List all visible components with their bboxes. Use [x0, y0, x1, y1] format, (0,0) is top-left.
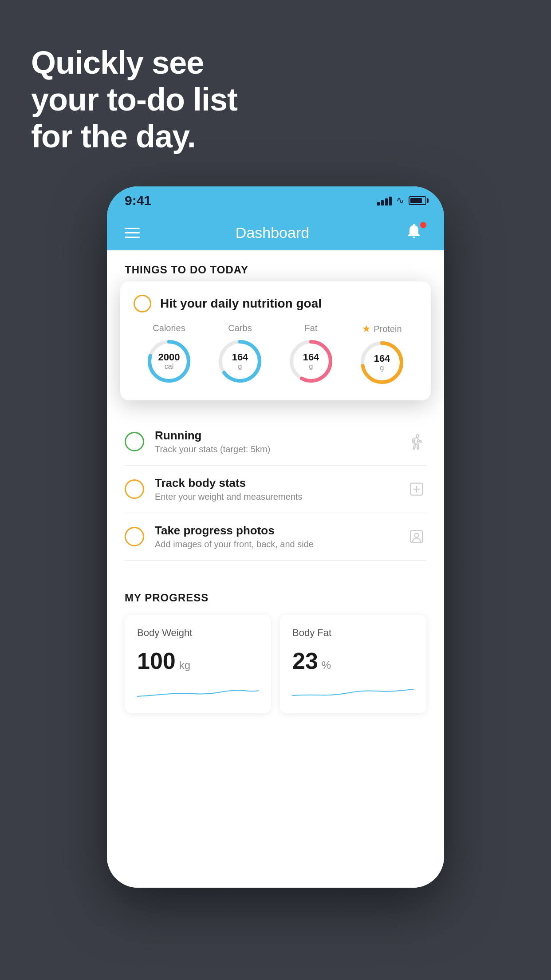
scale-icon — [407, 479, 426, 499]
phone-mockup: 9:41 ∿ Dashboard — [107, 186, 444, 888]
body-fat-value-row: 23 % — [292, 648, 414, 674]
body-weight-title: Body Weight — [137, 627, 259, 639]
photos-circle — [125, 527, 144, 546]
status-bar: 9:41 ∿ — [107, 186, 444, 215]
running-info: Running Track your stats (target: 5km) — [155, 429, 396, 454]
phone-container: 9:41 ∿ Dashboard — [107, 186, 444, 897]
body-weight-value-row: 100 kg — [137, 648, 259, 674]
nutrition-card-title: Hit your daily nutrition goal — [160, 296, 322, 311]
nutrition-calories: Calories 2000 cal — [145, 323, 193, 386]
nav-title: Dashboard — [236, 224, 309, 241]
fat-label: Fat — [305, 323, 318, 333]
calories-label: Calories — [153, 323, 185, 333]
hero-text: Quickly see your to-do list for the day. — [31, 44, 237, 154]
todo-item-body-stats[interactable]: Track body stats Enter your weight and m… — [125, 466, 426, 513]
things-to-do-header: THINGS TO DO TODAY — [107, 250, 444, 285]
running-subtitle: Track your stats (target: 5km) — [155, 444, 396, 454]
protein-donut: 164 g — [358, 338, 406, 387]
body-weight-value: 100 — [137, 648, 176, 674]
running-title: Running — [155, 429, 396, 443]
body-fat-chart — [292, 683, 414, 701]
status-time: 9:41 — [125, 193, 151, 208]
carbs-donut: 164 g — [216, 337, 264, 386]
main-content: THINGS TO DO TODAY Hit your daily nutrit… — [107, 250, 444, 888]
running-circle — [125, 432, 144, 451]
body-weight-unit: kg — [179, 659, 190, 672]
nutrition-carbs: Carbs 164 g — [216, 323, 264, 386]
body-fat-card: Body Fat 23 % — [280, 615, 426, 713]
hamburger-menu[interactable] — [125, 228, 140, 238]
photos-title: Take progress photos — [155, 524, 396, 537]
protein-label: ★ Protein — [362, 323, 401, 335]
progress-cards: Body Weight 100 kg Body Fat — [125, 615, 426, 713]
body-stats-title: Track body stats — [155, 476, 396, 490]
nutrition-check-circle[interactable] — [134, 295, 151, 312]
body-fat-value: 23 — [292, 648, 318, 674]
notification-bell-icon[interactable] — [405, 222, 426, 243]
body-weight-chart — [137, 683, 259, 701]
signal-icon — [377, 196, 392, 205]
body-weight-card: Body Weight 100 kg — [125, 615, 271, 713]
battery-icon — [409, 196, 426, 205]
calories-donut: 2000 cal — [145, 337, 193, 386]
running-icon — [407, 432, 426, 451]
wifi-icon: ∿ — [396, 195, 404, 206]
todo-item-photos[interactable]: Take progress photos Add images of your … — [125, 513, 426, 561]
nutrition-protein: ★ Protein 164 g — [358, 323, 406, 387]
person-icon — [407, 527, 426, 546]
nutrition-fat: Fat 164 g — [287, 323, 335, 386]
progress-header: MY PROGRESS — [125, 592, 426, 604]
photos-info: Take progress photos Add images of your … — [155, 524, 396, 549]
todo-item-running[interactable]: Running Track your stats (target: 5km) — [125, 418, 426, 466]
photos-subtitle: Add images of your front, back, and side — [155, 539, 396, 549]
fat-donut: 164 g — [287, 337, 335, 386]
status-icons: ∿ — [377, 195, 426, 206]
body-fat-title: Body Fat — [292, 627, 414, 639]
carbs-label: Carbs — [228, 323, 252, 333]
todo-list: Running Track your stats (target: 5km) T… — [107, 418, 444, 561]
body-stats-subtitle: Enter your weight and measurements — [155, 492, 396, 502]
nav-bar: Dashboard — [107, 215, 444, 250]
svg-point-10 — [415, 533, 419, 537]
progress-section: MY PROGRESS Body Weight 100 kg — [107, 574, 444, 713]
notification-dot — [420, 222, 426, 228]
nutrition-card: Hit your daily nutrition goal Calories — [120, 281, 431, 400]
body-fat-unit: % — [322, 659, 331, 672]
protein-star-icon: ★ — [362, 323, 371, 335]
body-stats-info: Track body stats Enter your weight and m… — [155, 476, 396, 502]
body-stats-circle — [125, 479, 144, 499]
nutrition-grid: Calories 2000 cal — [134, 323, 417, 387]
